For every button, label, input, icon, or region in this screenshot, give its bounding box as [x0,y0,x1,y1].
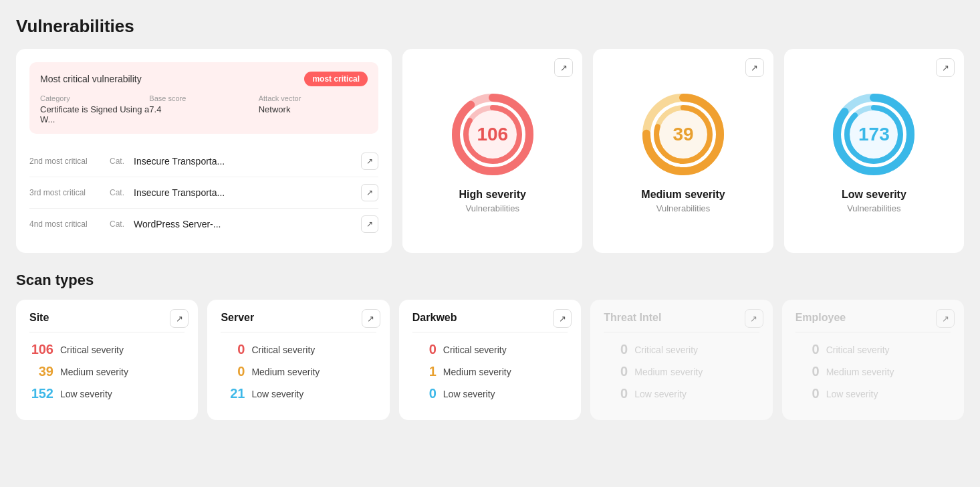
server-title: Server [221,312,376,324]
high-severity-sub: Vulnerabilities [466,203,519,213]
employee-arrow[interactable]: ↗ [936,309,955,328]
scan-card-employee: ↗ Employee 0 Critical severity 0 Medium … [782,300,964,420]
page-title: Vulnerabilities [16,16,964,37]
vuln-arrow-2[interactable]: ↗ [361,215,378,233]
threat-intel-divider [604,332,759,332]
high-severity-card: ↗ 106 High severity Vulnerabilities [402,49,582,253]
low-severity-card: ↗ 173 Low severity Vulnerabilities [784,49,964,253]
most-critical-header: Most critical vulnerability most critica… [40,72,368,86]
low-severity-title: Low severity [842,189,906,201]
meta-score: Base score 7.4 [149,94,258,124]
meta-attack-vector: Attack vector Network [259,94,368,124]
server-critical-row: 0 Critical severity [221,342,376,357]
most-critical-meta: Category Certificate is Signed Using a W… [40,94,368,124]
threat-intel-low-label: Low severity [634,389,687,399]
darkweb-title: Darkweb [412,312,568,324]
site-arrow[interactable]: ↗ [170,309,189,328]
threat-intel-low-num: 0 [604,386,628,401]
medium-severity-donut: 39 [640,91,727,178]
category-label: Category [40,94,149,102]
vuln-cat-value-0: Insecure Transporta... [134,156,354,167]
scan-card-darkweb: ↗ Darkweb 0 Critical severity 1 Medium s… [399,300,581,420]
vulnerabilities-section: Most critical vulnerability most critica… [16,49,964,253]
scan-card-server: ↗ Server 0 Critical severity 0 Medium se… [207,300,389,420]
vuln-rank-0: 2nd most critical [29,157,103,166]
threat-intel-medium-label: Medium severity [634,367,703,377]
darkweb-divider [412,332,568,332]
scan-card-threat-intel: ↗ Threat Intel 0 Critical severity 0 Med… [590,300,772,420]
darkweb-critical-row: 0 Critical severity [412,342,568,357]
attack-vector-label: Attack vector [259,94,368,102]
darkweb-medium-num: 1 [412,364,437,379]
vuln-cat-label-2: Cat. [110,219,124,229]
darkweb-critical-label: Critical severity [443,345,507,355]
threat-intel-title: Threat Intel [604,312,759,324]
medium-severity-card: ↗ 39 Medium severity Vulnerabilities [593,49,773,253]
darkweb-low-num: 0 [412,386,437,401]
category-value: Certificate is Signed Using a W... [40,104,149,124]
server-arrow[interactable]: ↗ [362,309,380,328]
high-severity-donut: 106 [449,91,536,178]
threat-intel-critical-row: 0 Critical severity [604,342,759,357]
server-divider [221,332,376,332]
threat-intel-medium-row: 0 Medium severity [604,364,759,379]
vuln-list-item: 3rd most critical Cat. Insecure Transpor… [29,177,378,209]
medium-severity-arrow[interactable]: ↗ [745,58,764,77]
low-severity-sub: Vulnerabilities [847,203,900,213]
site-title: Site [29,312,185,324]
employee-medium-row: 0 Medium severity [795,364,951,379]
server-critical-num: 0 [221,342,245,357]
low-severity-arrow[interactable]: ↗ [936,58,955,77]
score-label: Base score [149,94,258,102]
server-low-row: 21 Low severity [221,386,376,401]
vuln-cat-value-2: WordPress Server-... [134,219,354,229]
high-severity-arrow[interactable]: ↗ [554,58,573,77]
darkweb-low-row: 0 Low severity [412,386,568,401]
employee-low-row: 0 Low severity [795,386,951,401]
employee-critical-row: 0 Critical severity [795,342,951,357]
employee-title: Employee [795,312,951,324]
server-low-label: Low severity [251,389,303,399]
server-medium-label: Medium severity [251,367,320,377]
darkweb-arrow[interactable]: ↗ [553,309,572,328]
high-severity-title: High severity [459,189,525,201]
employee-medium-num: 0 [795,364,820,379]
vuln-list-item: 4nd most critical Cat. WordPress Server-… [29,209,378,239]
vuln-cat-value-1: Insecure Transporta... [134,187,354,198]
site-low-label: Low severity [60,389,112,399]
most-critical-label: Most critical vulnerability [40,74,142,84]
medium-severity-sub: Vulnerabilities [656,203,710,213]
low-severity-value: 173 [858,124,890,145]
site-critical-label: Critical severity [60,345,124,355]
high-severity-value: 106 [477,124,508,145]
most-critical-card: Most critical vulnerability most critica… [16,49,392,253]
site-critical-row: 106 Critical severity [29,342,185,357]
scan-section-title: Scan types [16,272,964,289]
employee-low-label: Low severity [826,389,878,399]
darkweb-low-label: Low severity [443,389,495,399]
employee-medium-label: Medium severity [826,367,894,377]
server-critical-label: Critical severity [251,345,315,355]
darkweb-medium-row: 1 Medium severity [412,364,568,379]
threat-intel-critical-label: Critical severity [634,345,698,355]
meta-category: Category Certificate is Signed Using a W… [40,94,149,124]
site-medium-label: Medium severity [60,367,128,377]
most-critical-badge: most critical [304,72,368,86]
vuln-arrow-1[interactable]: ↗ [361,184,378,201]
site-low-num: 152 [29,386,53,401]
threat-intel-low-row: 0 Low severity [604,386,759,401]
site-critical-num: 106 [29,342,53,357]
threat-intel-medium-num: 0 [604,364,628,379]
server-medium-row: 0 Medium severity [221,364,376,379]
scan-card-site: ↗ Site 106 Critical severity 39 Medium s… [16,300,198,420]
server-medium-num: 0 [221,364,245,379]
site-medium-num: 39 [29,364,53,379]
threat-intel-arrow[interactable]: ↗ [745,309,763,328]
site-divider [29,332,185,332]
employee-critical-num: 0 [795,342,820,357]
vuln-cat-label-0: Cat. [110,157,124,166]
vuln-rank-1: 3rd most critical [29,188,103,197]
vuln-arrow-0[interactable]: ↗ [361,153,378,170]
vuln-list-item: 2nd most critical Cat. Insecure Transpor… [29,146,378,177]
darkweb-medium-label: Medium severity [443,367,511,377]
